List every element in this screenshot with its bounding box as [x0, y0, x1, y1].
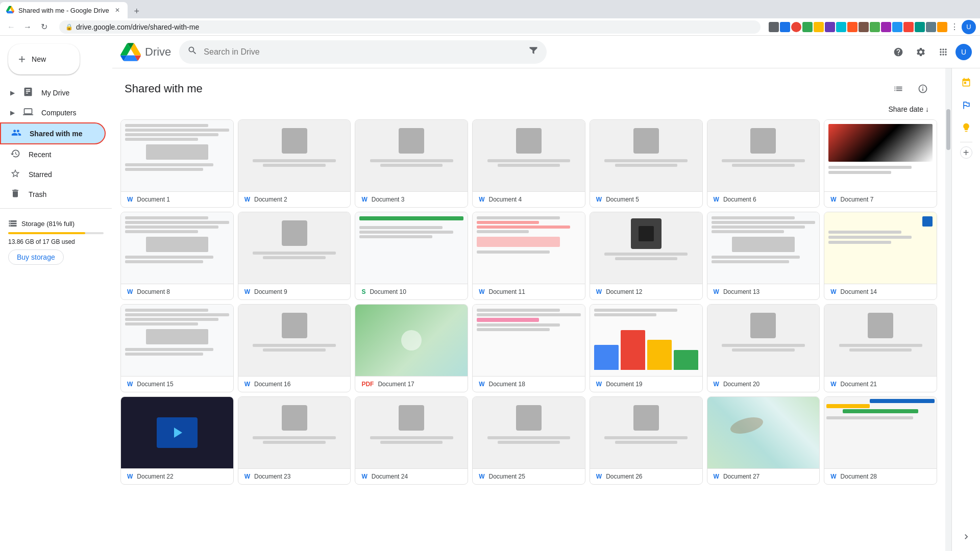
list-view-button[interactable]	[888, 79, 909, 99]
right-panel-toggle[interactable]	[956, 527, 976, 547]
file-card[interactable]: W Document 1	[120, 119, 234, 208]
file-card[interactable]: S Document 10	[355, 212, 468, 300]
scrollbar[interactable]	[945, 68, 951, 551]
scrollbar-thumb[interactable]	[946, 109, 950, 150]
file-card[interactable]: W Document 4	[472, 119, 585, 208]
file-card[interactable]: W Document 27	[707, 396, 820, 485]
file-card[interactable]: W Document 13	[707, 212, 820, 300]
file-info: W Document 18	[473, 376, 585, 392]
file-preview	[824, 120, 937, 191]
search-filter-icon[interactable]	[528, 45, 538, 58]
calendar-button[interactable]	[956, 72, 976, 93]
file-card[interactable]: W Document 28	[824, 396, 937, 485]
sort-button[interactable]: Share date ↓	[885, 103, 934, 115]
sidebar-item-starred[interactable]: Starred	[0, 164, 106, 184]
search-bar[interactable]	[179, 40, 547, 64]
ext-icon-5[interactable]	[814, 22, 824, 32]
profile-circle[interactable]: U	[962, 20, 976, 34]
file-card[interactable]: W Document 11	[472, 212, 585, 300]
file-card[interactable]: W Document 12	[590, 212, 703, 300]
ext-icon-15[interactable]	[926, 22, 936, 32]
file-card[interactable]: W Document 20	[707, 304, 820, 392]
ext-icon-10[interactable]	[870, 22, 880, 32]
ext-icon-11[interactable]	[881, 22, 891, 32]
sidebar-item-computers[interactable]: ▶ Computers	[0, 103, 106, 122]
file-card[interactable]: W Document 22	[120, 396, 234, 485]
user-avatar[interactable]: U	[955, 44, 972, 60]
ext-icon-7[interactable]	[836, 22, 846, 32]
file-type-icon: W	[479, 473, 484, 480]
file-card[interactable]: W Document 3	[355, 119, 468, 208]
file-card[interactable]: W Document 19	[590, 304, 703, 392]
sidebar-item-recent[interactable]: Recent	[0, 144, 106, 164]
file-type-icon: W	[830, 288, 836, 295]
trash-icon	[10, 188, 20, 200]
help-button[interactable]	[888, 42, 909, 62]
sidebar-item-trash[interactable]: Trash	[0, 184, 106, 204]
browser-toolbar: ← → ↻ 🔒 drive.google.com/drive/shared-wi…	[0, 18, 980, 36]
ext-icon-2[interactable]	[780, 22, 790, 32]
address-bar[interactable]: 🔒 drive.google.com/drive/shared-with-me	[59, 20, 761, 34]
file-card[interactable]: W Document 24	[355, 396, 468, 485]
refresh-button[interactable]: ↻	[37, 20, 51, 34]
buy-storage-button[interactable]: Buy storage	[8, 249, 64, 265]
forward-button[interactable]: →	[20, 20, 35, 34]
toolbar-extensions: ⋮ U	[769, 20, 976, 34]
sidebar-item-my-drive[interactable]: ▶ My Drive	[0, 83, 106, 103]
tab-close-button[interactable]: ✕	[113, 6, 121, 14]
ext-icon-8[interactable]	[847, 22, 857, 32]
new-icon: +	[18, 52, 26, 66]
file-card[interactable]: W Document 14	[824, 212, 937, 300]
file-type-icon: S	[361, 288, 365, 295]
keep-button[interactable]	[956, 117, 976, 138]
file-card[interactable]: PDF Document 17	[355, 304, 468, 392]
ext-icon-4[interactable]	[802, 22, 813, 32]
ext-icon-13[interactable]	[903, 22, 914, 32]
file-card[interactable]: W Document 18	[472, 304, 585, 392]
tasks-button[interactable]	[956, 95, 976, 115]
file-name: Document 3	[372, 196, 461, 203]
settings-button[interactable]	[911, 42, 931, 62]
ext-icon-6[interactable]	[825, 22, 835, 32]
file-card[interactable]: W Document 8	[120, 212, 234, 300]
file-card[interactable]: W Document 25	[472, 396, 585, 485]
ext-icon-1[interactable]	[769, 22, 779, 32]
file-card[interactable]: W Document 21	[824, 304, 937, 392]
file-name: Document 23	[254, 473, 344, 480]
file-info: W Document 3	[355, 191, 468, 207]
computers-icon	[23, 107, 33, 118]
file-card[interactable]: W Document 9	[238, 212, 351, 300]
search-input[interactable]	[204, 47, 522, 57]
new-button[interactable]: + New	[8, 44, 80, 74]
file-card[interactable]: W Document 15	[120, 304, 234, 392]
ext-icon-16[interactable]	[937, 22, 947, 32]
file-card[interactable]: W Document 5	[590, 119, 703, 208]
back-button[interactable]: ←	[4, 20, 18, 34]
ext-icon-14[interactable]	[915, 22, 925, 32]
ext-icon-3[interactable]	[791, 22, 801, 32]
view-details-button[interactable]	[913, 79, 933, 99]
file-name: Document 17	[378, 381, 461, 388]
storage-bar-fill	[8, 232, 85, 234]
active-tab[interactable]: Shared with me - Google Drive ✕	[0, 2, 128, 18]
ext-icon-9[interactable]	[859, 22, 869, 32]
file-type-icon: W	[714, 288, 719, 295]
add-app-button[interactable]: +	[960, 146, 972, 159]
ext-icon-12[interactable]	[892, 22, 902, 32]
file-type-icon: W	[714, 196, 719, 203]
file-card[interactable]: W Document 16	[238, 304, 351, 392]
computers-label: Computers	[41, 109, 76, 117]
file-card[interactable]: W Document 2	[238, 119, 351, 208]
new-tab-button[interactable]: +	[130, 4, 144, 18]
file-card[interactable]: W Document 23	[238, 396, 351, 485]
file-card[interactable]: W Document 26	[590, 396, 703, 485]
ext-more[interactable]: ⋮	[948, 22, 961, 32]
file-card[interactable]: W Document 7	[824, 119, 937, 208]
sidebar-item-shared-with-me[interactable]: Shared with me	[0, 122, 106, 144]
apps-button[interactable]	[933, 42, 953, 62]
file-info: W Document 9	[238, 284, 351, 299]
file-card[interactable]: W Document 6	[707, 119, 820, 208]
file-grid: W Document 1 W Document 2 W Document 3	[112, 119, 945, 551]
file-preview	[473, 120, 585, 191]
file-info: W Document 12	[590, 284, 702, 299]
